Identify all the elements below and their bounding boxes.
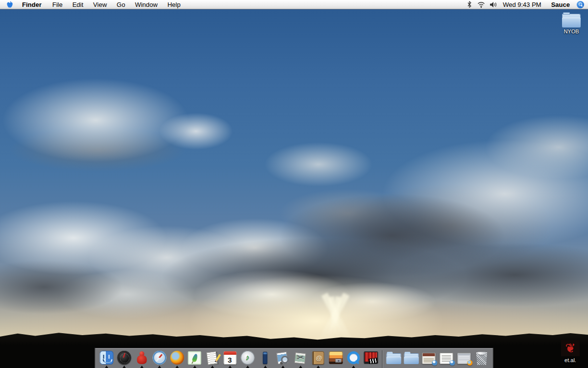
apple-menu[interactable] xyxy=(0,1,18,8)
menu-help[interactable]: Help xyxy=(163,0,186,9)
running-indicator xyxy=(122,366,126,368)
running-indicator xyxy=(228,366,232,368)
menu-bar-status-area: Wed 9:43 PM Sauce xyxy=(465,0,588,8)
dock-item-quinn[interactable] xyxy=(257,350,273,368)
dock-item-folder-1[interactable] xyxy=(386,350,402,368)
menu-view[interactable]: View xyxy=(88,0,112,9)
wifi-icon[interactable] xyxy=(476,0,486,8)
running-indicator xyxy=(245,366,249,368)
dock-item-minimized-firefox-window[interactable] xyxy=(456,350,472,368)
dock-item-safari[interactable] xyxy=(151,350,168,368)
folder-icon xyxy=(562,14,581,27)
running-indicator xyxy=(210,366,214,368)
desktop[interactable]: Finder File Edit View Go Window Help xyxy=(0,0,588,368)
safari-badge-icon xyxy=(432,360,438,366)
desktop-icon-nyob[interactable]: NYOB xyxy=(558,14,585,34)
address-book-icon: @ xyxy=(312,351,324,365)
user-menu[interactable]: Sauce xyxy=(547,1,574,8)
apple-logo-icon xyxy=(7,1,13,8)
dvd-player-icon xyxy=(364,351,378,364)
running-indicator xyxy=(175,366,179,368)
firefox-badge-icon xyxy=(467,360,473,366)
dock-item-dashboard[interactable] xyxy=(116,350,132,368)
firefox-icon xyxy=(170,351,184,365)
preview-icon xyxy=(276,351,290,365)
dock-item-preview[interactable] xyxy=(275,350,291,368)
dock-item-dvd-player[interactable] xyxy=(363,350,379,368)
dashboard-icon xyxy=(117,351,131,365)
running-indicator xyxy=(263,366,267,368)
dock-item-folder-2[interactable] xyxy=(403,350,419,368)
safari-icon xyxy=(152,351,166,365)
dock-item-texshop[interactable] xyxy=(187,350,203,368)
menu-window[interactable]: Window xyxy=(130,0,162,9)
desktop-wallpaper xyxy=(0,0,588,368)
menu-bar: Finder File Edit View Go Window Help xyxy=(0,0,588,9)
trash-full-icon xyxy=(476,352,488,365)
dock-item-ical[interactable]: 3 xyxy=(222,350,238,368)
desktop-icon-label: NYOB xyxy=(564,28,579,34)
grab-scissors-icon xyxy=(294,351,307,365)
dock-item-minimized-safari-window[interactable] xyxy=(421,350,437,368)
menu-go[interactable]: Go xyxy=(112,0,130,9)
dock-item-firefox[interactable] xyxy=(169,350,185,368)
dock-item-finder[interactable] xyxy=(98,350,115,368)
quinn-tetris-icon xyxy=(263,352,268,364)
menu-file[interactable]: File xyxy=(48,0,68,9)
spotlight-icon[interactable] xyxy=(577,1,584,8)
dock-item-textedit[interactable] xyxy=(204,350,220,368)
menu-edit[interactable]: Edit xyxy=(68,0,88,9)
dock-item-quicktime[interactable] xyxy=(345,350,362,368)
folder-icon xyxy=(404,353,418,364)
desktop-icon-etal[interactable]: ❦ et.al. xyxy=(557,340,584,363)
app-badge-icon xyxy=(450,360,455,366)
red-ornament-icon: ❦ xyxy=(561,340,580,356)
minimized-window-icon xyxy=(458,353,471,364)
running-indicator xyxy=(140,366,144,368)
running-indicator xyxy=(351,366,355,368)
bluetooth-icon[interactable] xyxy=(465,0,474,8)
minimized-window-icon xyxy=(440,353,453,364)
running-indicator xyxy=(157,366,161,368)
volume-icon[interactable] xyxy=(488,0,498,8)
textedit-icon xyxy=(205,351,219,365)
at-sign-glyph: @ xyxy=(316,354,322,362)
dock: 3 ♪ @ xyxy=(95,348,493,368)
dock-item-minimized-document-window[interactable] xyxy=(439,350,455,368)
dock-item-itunes[interactable]: ♪ xyxy=(240,350,256,368)
iphoto-icon xyxy=(329,351,343,364)
itunes-icon: ♪ xyxy=(241,351,254,365)
dock-item-red-app[interactable] xyxy=(134,350,150,368)
running-indicator xyxy=(316,366,320,368)
finder-icon xyxy=(99,351,113,365)
texshop-feather-icon xyxy=(188,351,201,365)
dock-item-address-book[interactable]: @ xyxy=(310,350,326,368)
dock-separator xyxy=(382,350,383,368)
running-indicator xyxy=(281,366,285,368)
desktop-icon-label: et.al. xyxy=(564,357,576,363)
ical-icon: 3 xyxy=(223,351,236,365)
menu-clock[interactable]: Wed 9:43 PM xyxy=(500,1,545,8)
dock-item-iphoto[interactable] xyxy=(328,350,344,368)
dock-item-grab[interactable] xyxy=(293,350,309,368)
menu-finder[interactable]: Finder xyxy=(18,0,48,9)
running-indicator xyxy=(298,366,302,368)
minimized-window-icon xyxy=(422,353,436,364)
red-figure-app-icon xyxy=(136,351,147,364)
music-note-glyph: ♪ xyxy=(245,353,250,363)
quicktime-icon xyxy=(347,351,360,364)
folder-icon xyxy=(386,353,401,364)
running-indicator xyxy=(104,366,108,368)
ical-day-number: 3 xyxy=(228,355,232,365)
dock-item-trash[interactable] xyxy=(474,350,490,368)
running-indicator xyxy=(193,366,196,368)
